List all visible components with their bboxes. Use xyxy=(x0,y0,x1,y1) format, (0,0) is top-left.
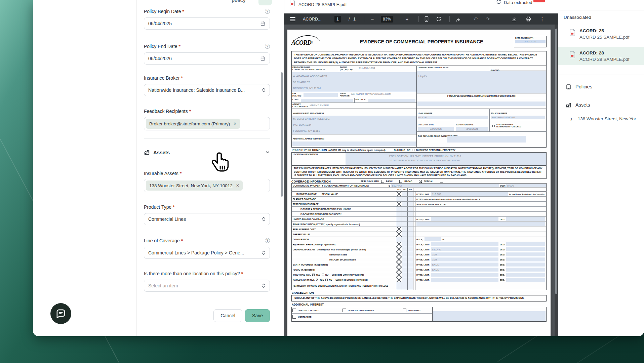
notification-badge xyxy=(533,0,545,2)
checkbox xyxy=(492,125,495,127)
chat-widget-button[interactable] xyxy=(50,303,71,324)
print-icon[interactable] xyxy=(524,13,533,25)
pdf-form-title: EVIDENCE OF COMMERCIAL PROPERTY INSURANC… xyxy=(329,33,514,50)
pdf-scrollbar-thumb[interactable] xyxy=(555,29,557,294)
select-chevrons-icon xyxy=(262,283,266,288)
policy-end-date-input[interactable]: 06/04/2026 xyxy=(144,52,270,65)
coverage-row: BLANKET COVERAGEIf YES, indicate value(s… xyxy=(292,197,546,202)
coverage-na-cell xyxy=(408,282,413,290)
coverage-row: FLOOD (If Applicable)If YES, LIMIT:EXCLD… xyxy=(292,267,546,272)
pdf-content-area[interactable]: ACORD® EVIDENCE OF COMMERCIAL PROPERTY I… xyxy=(284,25,558,336)
coverage-row: TERRORISM COVERAGEAttach Disclosure Noti… xyxy=(292,202,546,207)
feedback-recipients-label: Feedback Recipients* xyxy=(144,109,270,114)
chevron-right-icon[interactable]: › xyxy=(570,115,572,122)
more-options-icon[interactable]: ⋮ xyxy=(539,13,546,25)
calendar-icon xyxy=(260,56,266,61)
download-icon[interactable] xyxy=(510,13,518,25)
line-of-coverage-select[interactable]: Commercial Lines > Package Policy > Gene… xyxy=(144,247,270,259)
asset-chip[interactable]: 138 Wooster Street, New York, NY 10012 ✕ xyxy=(146,180,243,191)
feedback-recipients-field[interactable]: Broker broker@statefarm.com (Primary) ✕ xyxy=(144,117,270,130)
checked-checkbox xyxy=(312,274,315,276)
fit-page-icon[interactable] xyxy=(422,13,431,25)
viewer-header: ACORD 28 SAMPLE.pdf Data extracted xyxy=(284,0,558,13)
status-text: Data extracted xyxy=(504,0,532,5)
coverage-no-cell xyxy=(402,272,408,277)
coverage-yes-cell xyxy=(396,277,402,282)
page-number-input[interactable]: 1 xyxy=(334,13,341,25)
annotate-pen-icon[interactable] xyxy=(454,13,463,25)
recipient-chip[interactable]: Broker broker@statefarm.com (Primary) ✕ xyxy=(146,119,240,129)
zoom-level[interactable]: 83% xyxy=(381,13,393,25)
help-icon[interactable]: ? xyxy=(265,44,270,49)
checkbox xyxy=(322,274,324,276)
pdf-cancellation-title: CANCELLATION xyxy=(291,290,547,295)
checked-checkbox xyxy=(343,309,346,312)
coverage-na-cell xyxy=(408,247,413,252)
coverage-no-cell xyxy=(402,207,408,211)
pdf-yes-no-na-header: YES NO N/A xyxy=(291,188,547,191)
coverage-row: ORDINANCE OR LAW - Coverage for loss to … xyxy=(292,247,546,252)
coverage-na-cell xyxy=(408,237,413,242)
rotate-icon[interactable] xyxy=(435,13,443,25)
document-item-acord-28[interactable]: ACORD: 28 ACORD 28 SAMPLE.pdf xyxy=(558,47,644,65)
pdf-scrollbar[interactable] xyxy=(555,25,558,336)
product-type-label: Product Type* xyxy=(144,204,270,210)
zoom-out-icon[interactable]: − xyxy=(369,13,376,25)
remove-chip-icon[interactable]: ✕ xyxy=(236,183,239,188)
divider xyxy=(558,10,644,10)
multi-location-select[interactable]: Select an item xyxy=(144,280,270,292)
undo-icon[interactable]: ↶ xyxy=(472,13,480,25)
policy-begin-date-input[interactable]: 06/04/2025 xyxy=(144,17,270,30)
coverage-row: EARTH MOVEMENT (If Applicable)If YES, LI… xyxy=(292,262,546,267)
sidebar-item-policies[interactable]: Policies xyxy=(558,81,644,93)
redo-icon[interactable]: ↷ xyxy=(484,13,492,25)
coverage-na-cell xyxy=(408,262,413,267)
select-chevrons-icon xyxy=(262,87,266,93)
pdf-file-icon xyxy=(570,29,575,36)
insurance-broker-label: Insurance Broker* xyxy=(144,75,270,81)
coverage-row: WIND / HAIL INCLYESNOSubject to Differen… xyxy=(292,272,546,277)
asset-item-138-wooster[interactable]: › 138 Wooster Street, New Yor xyxy=(558,113,644,124)
divider xyxy=(558,93,644,93)
coverage-na-cell xyxy=(408,227,413,232)
form-scrollbar[interactable] xyxy=(281,72,283,197)
divider xyxy=(144,138,270,139)
coverage-no-cell xyxy=(402,267,408,272)
sidebar-item-assets[interactable]: Assets xyxy=(558,99,644,111)
coverage-no-cell xyxy=(402,257,408,262)
checked-checkbox xyxy=(403,309,406,312)
remove-chip-icon[interactable]: ✕ xyxy=(233,121,237,126)
coverage-na-cell xyxy=(408,222,413,227)
pdf-date-box: DATE (MM/DD/YYYY) 3/12/2025 xyxy=(514,36,547,47)
cancel-button[interactable]: Cancel xyxy=(213,309,242,322)
coverage-yes-cell xyxy=(396,197,402,201)
coverage-na-cell xyxy=(408,212,413,216)
coverage-na-cell xyxy=(408,252,413,257)
menu-icon[interactable] xyxy=(289,13,297,25)
coverage-yes-cell xyxy=(396,192,402,196)
zoom-in-icon[interactable]: + xyxy=(403,13,411,25)
open-file: ACORD 28 SAMPLE.pdf xyxy=(290,0,347,7)
chevron-down-icon[interactable] xyxy=(265,150,270,155)
insurable-assets-label: Insurable Assets* xyxy=(144,171,270,176)
page-count: 1 xyxy=(353,13,356,25)
pdf-coverage-amount-row: COMMERCIAL PROPERTY COVERAGE AMOUNT OF I… xyxy=(291,183,547,188)
assets-section-header[interactable]: Assets xyxy=(144,148,270,157)
coverage-yes-cell xyxy=(396,267,402,272)
checkbox xyxy=(390,149,392,151)
coverage-no-cell xyxy=(402,277,408,282)
clipped-panel-button[interactable] xyxy=(258,0,272,5)
insurable-assets-field[interactable]: 138 Wooster Street, New York, NY 10012 ✕ xyxy=(144,179,270,192)
product-type-select[interactable]: Commercial Lines xyxy=(144,213,270,225)
building-icon xyxy=(144,149,150,155)
app-window: policy Policy Begin Date* ? 06/04/2025 P… xyxy=(33,0,644,336)
help-icon[interactable]: ? xyxy=(265,238,270,243)
policy-document-icon xyxy=(566,84,571,90)
coverage-yes-cell xyxy=(396,257,402,262)
pdf-file-icon xyxy=(570,51,575,58)
insurance-broker-select[interactable]: Nationwide Insurance: Safeside Insurance… xyxy=(144,84,270,96)
save-button[interactable]: Save xyxy=(245,309,270,322)
document-item-acord-25[interactable]: ACORD: 25 ACORD 25 SAMPLE.pdf xyxy=(558,25,644,43)
help-icon[interactable]: ? xyxy=(265,9,270,14)
checkbox xyxy=(318,193,320,195)
